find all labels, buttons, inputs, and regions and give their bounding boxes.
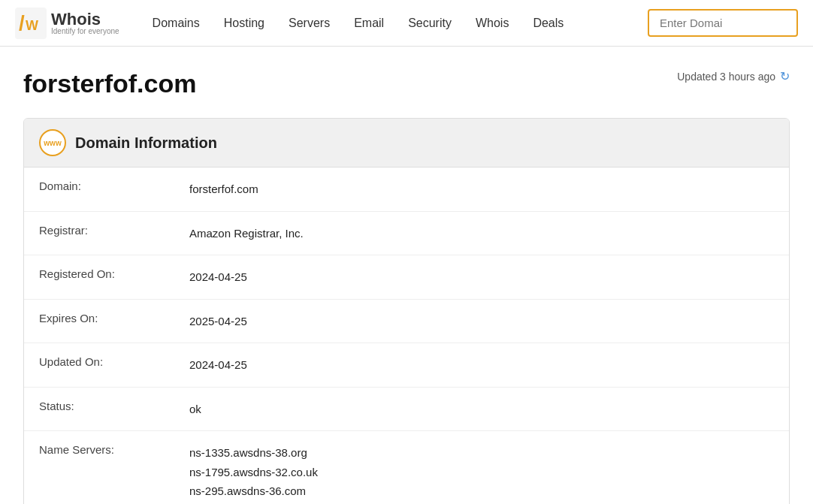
info-row: Status:ok [24, 388, 789, 432]
main-content: forsterfof.com Updated 3 hours ago ↻ www… [8, 47, 805, 504]
info-value: forsterfof.com [189, 180, 258, 199]
info-label: Domain: [39, 180, 189, 192]
nav-link-security[interactable]: Security [397, 11, 462, 36]
logo-icon: / W [15, 8, 47, 39]
domain-info-card: www Domain Information Domain:forsterfof… [23, 118, 790, 504]
info-table: Domain:forsterfof.comRegistrar:Amazon Re… [24, 167, 789, 504]
nav-link-servers[interactable]: Servers [278, 11, 340, 36]
www-icon: www [39, 129, 66, 156]
info-label: Expires On: [39, 312, 189, 324]
info-label: Name Servers: [39, 443, 189, 456]
info-value: 2025-04-25 [189, 312, 247, 331]
info-row: Registered On:2024-04-25 [24, 255, 789, 300]
navbar: / W Whois Identify for everyone Domains … [0, 0, 813, 47]
updated-label: Updated 3 hours ago [677, 71, 775, 83]
svg-text:/: / [19, 11, 25, 35]
domain-title: forsterfof.com [23, 69, 196, 98]
info-value: ns-1335.awsdns-38.org ns-1795.awsdns-32.… [189, 443, 318, 504]
nav-link-whois[interactable]: Whois [465, 11, 519, 36]
info-row: Name Servers:ns-1335.awsdns-38.org ns-17… [24, 431, 789, 504]
nav-link-email[interactable]: Email [343, 11, 394, 36]
nav-link-domains[interactable]: Domains [142, 11, 210, 36]
updated-row: Updated 3 hours ago ↻ [677, 69, 790, 83]
info-value: 2024-04-25 [189, 355, 247, 375]
nav-link-hosting[interactable]: Hosting [213, 11, 275, 36]
search-input[interactable] [648, 9, 798, 37]
nav-links: Domains Hosting Servers Email Security W… [142, 11, 648, 36]
logo-text: Whois Identify for everyone [51, 11, 119, 35]
info-value: ok [189, 400, 201, 419]
logo-link[interactable]: / W Whois Identify for everyone [15, 8, 119, 39]
info-row: Registrar:Amazon Registrar, Inc. [24, 212, 789, 256]
search-wrapper [648, 9, 798, 37]
refresh-icon[interactable]: ↻ [780, 69, 790, 83]
nav-link-deals[interactable]: Deals [522, 11, 574, 36]
info-label: Registered On: [39, 267, 189, 280]
info-label: Registrar: [39, 224, 189, 237]
info-label: Updated On: [39, 355, 189, 368]
card-header-title: Domain Information [75, 134, 217, 152]
info-value: Amazon Registrar, Inc. [189, 224, 304, 243]
info-label: Status: [39, 400, 189, 412]
info-row: Domain:forsterfof.com [24, 167, 789, 212]
card-header: www Domain Information [24, 119, 789, 167]
svg-text:W: W [26, 18, 38, 33]
info-value: 2024-04-25 [189, 267, 247, 287]
info-row: Updated On:2024-04-25 [24, 343, 789, 388]
info-row: Expires On:2025-04-25 [24, 300, 789, 344]
